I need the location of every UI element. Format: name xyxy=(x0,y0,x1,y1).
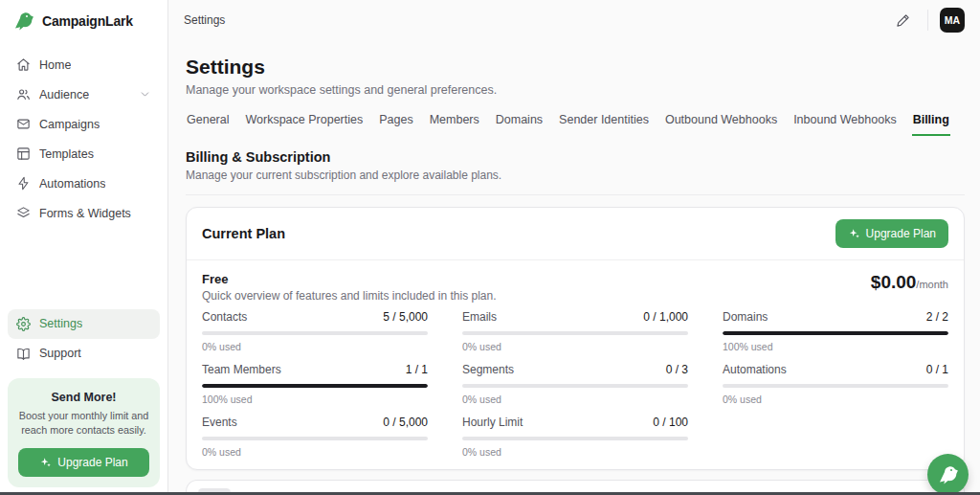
meter-value: 0 / 3 xyxy=(666,363,688,376)
usage-meter-events: Events0 / 5,0000% used xyxy=(202,416,428,458)
sidebar-item-label: Automations xyxy=(39,177,105,191)
chevron-down-icon xyxy=(139,88,151,101)
tab-general[interactable]: General xyxy=(186,111,230,136)
sidebar-item-support[interactable]: Support xyxy=(8,339,160,369)
usage-meter-contacts: Contacts5 / 5,0000% used xyxy=(202,310,428,352)
meter-value: 0 / 5,000 xyxy=(383,416,428,429)
meter-value: 0 / 1,000 xyxy=(643,310,688,324)
tab-pages[interactable]: Pages xyxy=(378,111,413,136)
gear-icon xyxy=(16,317,31,331)
progress-bar-track xyxy=(723,331,948,335)
progress-bar-track xyxy=(462,384,688,388)
meter-label: Events xyxy=(202,416,237,429)
upgrade-plan-label: Upgrade Plan xyxy=(866,227,936,240)
meter-header: Events0 / 5,000 xyxy=(202,416,428,429)
meter-label: Hourly Limit xyxy=(462,416,523,429)
sidebar-item-label: Templates xyxy=(39,147,94,161)
meter-label: Team Members xyxy=(202,363,281,376)
tab-workspace-properties[interactable]: Workspace Properties xyxy=(244,111,364,136)
theme-brush-button[interactable] xyxy=(889,7,916,34)
book-icon xyxy=(16,347,31,361)
tab-inbound-webhooks[interactable]: Inbound Webhooks xyxy=(792,111,898,136)
sidebar-item-campaigns[interactable]: Campaigns xyxy=(8,109,160,139)
sidebar-item-audience[interactable]: Audience xyxy=(8,79,160,109)
topbar-divider xyxy=(927,10,928,31)
tab-sender-identities[interactable]: Sender Identities xyxy=(558,111,650,136)
upgrade-plan-button[interactable]: Upgrade Plan xyxy=(835,219,948,248)
sidebar-item-label: Settings xyxy=(39,317,82,330)
promo-card: Send More! Boost your monthly limit and … xyxy=(8,378,160,487)
main-content: Settings Manage your workspace settings … xyxy=(168,40,980,495)
brand-name: CampaignLark xyxy=(42,13,133,29)
sidebar-bottom-nav: SettingsSupport xyxy=(0,309,167,369)
tab-outbound-webhooks[interactable]: Outbound Webhooks xyxy=(664,111,778,136)
meter-value: 1 / 1 xyxy=(406,363,428,376)
avatar[interactable]: MA xyxy=(940,8,965,33)
sparkles-icon xyxy=(848,228,860,240)
current-plan-card-header: Current Plan Upgrade Plan xyxy=(187,208,964,260)
promo-upgrade-button[interactable]: Upgrade Plan xyxy=(18,448,149,477)
sidebar-item-label: Campaigns xyxy=(39,118,100,131)
plan-description: Quick overview of features and limits in… xyxy=(202,289,496,303)
page-title: Settings xyxy=(186,56,965,79)
progress-bar-track xyxy=(462,331,688,335)
meter-used-percent: 0% used xyxy=(462,341,688,352)
tab-domains[interactable]: Domains xyxy=(495,111,544,136)
bird-chat-icon xyxy=(937,463,960,486)
sidebar-item-templates[interactable]: Templates xyxy=(8,139,160,169)
meter-used-percent: 0% used xyxy=(202,446,428,458)
progress-bar-fill xyxy=(202,384,428,388)
plan-info: Free Quick overview of features and limi… xyxy=(202,272,496,303)
meter-value: 0 / 100 xyxy=(653,416,688,429)
brand-logo: CampaignLark xyxy=(0,0,167,40)
meter-used-percent: 0% used xyxy=(462,394,688,405)
meter-used-percent: 100% used xyxy=(723,341,948,352)
tab-billing[interactable]: Billing xyxy=(912,111,950,136)
sidebar-item-label: Audience xyxy=(39,88,89,101)
sidebar-item-settings[interactable]: Settings xyxy=(8,309,160,339)
sidebar-nav: HomeAudienceCampaignsTemplatesAutomation… xyxy=(0,40,167,228)
sidebar-item-automations[interactable]: Automations xyxy=(8,169,160,198)
current-plan-title: Current Plan xyxy=(202,226,285,241)
meter-label: Automations xyxy=(723,363,787,376)
topbar-actions: MA xyxy=(889,7,965,34)
progress-bar-fill xyxy=(723,331,948,335)
meter-label: Domains xyxy=(723,310,768,324)
bird-logo-icon xyxy=(12,10,35,33)
sidebar: CampaignLark HomeAudienceCampaignsTempla… xyxy=(0,0,168,495)
plan-name: Free xyxy=(202,272,496,286)
zap-icon xyxy=(16,176,31,191)
users-icon xyxy=(16,87,31,101)
section-divider xyxy=(186,194,965,195)
sidebar-item-home[interactable]: Home xyxy=(8,50,160,79)
plan-price: $0.00 /month xyxy=(871,272,948,293)
meter-label: Segments xyxy=(462,363,514,376)
meter-value: 5 / 5,000 xyxy=(383,310,428,324)
usage-meter-domains: Domains2 / 2100% used xyxy=(723,310,948,352)
usage-meter-team-members: Team Members1 / 1100% used xyxy=(202,363,428,405)
billing-section-header: Billing & Subscription Manage your curre… xyxy=(186,149,965,195)
meter-used-percent: 0% used xyxy=(723,394,948,405)
meter-used-percent: 0% used xyxy=(462,446,688,458)
meter-header: Hourly Limit0 / 100 xyxy=(462,416,688,429)
home-icon xyxy=(16,57,31,72)
breadcrumb: Settings xyxy=(184,13,225,27)
billing-heading: Billing & Subscription xyxy=(186,149,965,165)
settings-tabs: GeneralWorkspace PropertiesPagesMembersD… xyxy=(186,111,965,136)
meter-label: Emails xyxy=(462,310,497,324)
promo-title: Send More! xyxy=(18,391,149,404)
current-plan-card: Current Plan Upgrade Plan Free Quick ove… xyxy=(186,207,965,470)
meter-used-percent: 100% used xyxy=(202,394,428,405)
sidebar-item-forms-widgets[interactable]: Forms & Widgets xyxy=(8,198,160,228)
progress-bar-track xyxy=(202,384,428,388)
usage-meter-segments: Segments0 / 30% used xyxy=(462,363,688,405)
usage-meter-emails: Emails0 / 1,0000% used xyxy=(462,310,688,352)
meter-used-percent: 0% used xyxy=(202,341,428,352)
usage-meters: Contacts5 / 5,0000% usedEmails0 / 1,0000… xyxy=(187,304,964,469)
tab-members[interactable]: Members xyxy=(429,111,480,136)
promo-upgrade-label: Upgrade Plan xyxy=(57,456,127,469)
chat-widget-button[interactable] xyxy=(927,454,969,495)
meter-value: 2 / 2 xyxy=(926,310,948,324)
sidebar-item-label: Home xyxy=(39,58,71,72)
page-subtitle: Manage your workspace settings and gener… xyxy=(186,83,965,97)
